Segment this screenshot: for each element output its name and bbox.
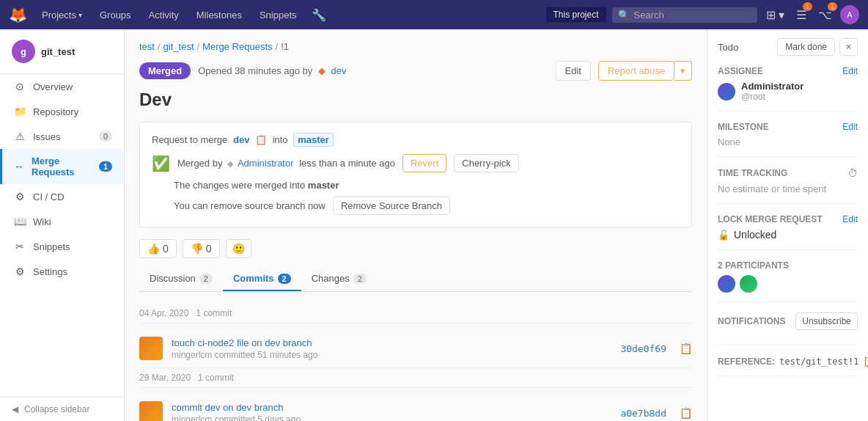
breadcrumb: test / git_test / Merge Requests / !1 xyxy=(139,41,692,52)
breadcrumb-test[interactable]: test xyxy=(139,41,155,52)
projects-arrow-icon: ▾ xyxy=(78,11,82,19)
app-layout: g git_test ⊙ Overview 📁 Repository ⚠ Iss… xyxy=(0,29,868,421)
tab-discussion[interactable]: Discussion 2 xyxy=(139,267,223,291)
commit-meta-2: mingerlcm committed 5 days ago xyxy=(172,414,611,422)
close-todo-button[interactable]: × xyxy=(839,38,858,56)
unsubscribe-button[interactable]: Unsubscribe xyxy=(795,312,858,330)
copy-commit-hash-icon-1[interactable]: 📋 xyxy=(680,343,692,354)
target-branch-label: master xyxy=(293,133,334,147)
sidebar-item-label: CI / CD xyxy=(33,191,65,202)
sidebar: g git_test ⊙ Overview 📁 Repository ⚠ Iss… xyxy=(0,29,125,421)
nav-activity[interactable]: Activity xyxy=(143,7,185,23)
nav-groups[interactable]: Groups xyxy=(94,7,137,23)
lock-section: Lock merge request Edit 🔓 Unlocked xyxy=(718,214,858,250)
copy-reference-icon[interactable]: 📋 xyxy=(863,356,868,367)
sidebar-item-snippets[interactable]: ✂ Snippets xyxy=(0,234,124,259)
participant-avatar-2 xyxy=(740,275,757,293)
tab-changes[interactable]: Changes 2 xyxy=(301,267,377,291)
merged-into-branch: master xyxy=(308,180,339,191)
reference-section: Reference: test/git_test!1 📋 xyxy=(718,356,858,376)
commit-title-1[interactable]: touch ci-node2 file on dev branch xyxy=(172,337,611,348)
tab-commits-label: Commits xyxy=(233,273,274,284)
thumbs-up-button[interactable]: 👍 0 xyxy=(139,239,177,258)
nav-todo-wrap[interactable]: ☰ 1 xyxy=(793,5,809,25)
report-abuse-button[interactable]: Report abuse xyxy=(598,61,674,81)
participants-header: 2 participants xyxy=(718,260,858,271)
sidebar-item-label: Merge Requests xyxy=(32,155,92,177)
snippets-icon: ✂ xyxy=(14,241,26,252)
nav-wrench-icon[interactable]: 🔧 xyxy=(309,5,329,25)
breadcrumb-merge-requests[interactable]: Merge Requests xyxy=(202,41,272,52)
merge-badge: 1 xyxy=(828,2,837,11)
table-row: commit dev on dev branch mingerlcm commi… xyxy=(139,394,692,421)
sidebar-item-settings[interactable]: ⚙ Settings xyxy=(0,259,124,284)
merged-text: Merged by ◆ Administrator less than a mi… xyxy=(177,158,395,169)
sidebar-collapse-btn[interactable]: ◀ Collapse sidebar xyxy=(0,397,124,421)
copy-branch-icon[interactable]: 📋 xyxy=(255,134,267,145)
milestone-section: Milestone Edit None xyxy=(718,122,858,157)
merge-requests-icon: ↔ xyxy=(14,161,24,172)
assignee-title: Assignee xyxy=(718,66,763,76)
sidebar-item-label: Settings xyxy=(33,266,67,277)
nav-project-context-btn[interactable]: This project xyxy=(546,7,606,22)
thumbs-down-count: 0 xyxy=(206,243,212,255)
milestone-edit-link[interactable]: Edit xyxy=(842,122,858,132)
add-reaction-button[interactable]: 🙂 xyxy=(226,239,251,258)
merge-requests-badge: 1 xyxy=(99,161,112,172)
assignee-name: Administrator xyxy=(741,81,803,92)
nav-milestones[interactable]: Milestones xyxy=(191,7,248,23)
assignee-avatar xyxy=(718,83,735,100)
lock-row: 🔓 Unlocked xyxy=(718,229,858,241)
todo-row: Todo Mark done × xyxy=(718,38,858,56)
lock-edit-link[interactable]: Edit xyxy=(842,214,858,224)
thumbs-down-button[interactable]: 👎 0 xyxy=(183,239,220,258)
commit-avatar-1 xyxy=(139,337,163,360)
search-input[interactable] xyxy=(634,10,751,21)
report-abuse-wrap: Report abuse ▾ xyxy=(598,61,692,81)
cherry-pick-button[interactable]: Cherry-pick xyxy=(454,154,518,172)
commit-date-group-1: 04 Apr, 2020 1 commit xyxy=(139,304,692,323)
sidebar-item-wiki[interactable]: 📖 Wiki xyxy=(0,209,124,234)
commit-avatar-2 xyxy=(139,401,163,421)
milestone-value: None xyxy=(718,136,858,147)
mark-done-button[interactable]: Mark done xyxy=(777,38,835,56)
breadcrumb-sep1: / xyxy=(158,41,161,52)
tab-discussion-badge: 2 xyxy=(199,274,213,284)
right-panel: Todo Mark done × Assignee Edit Administr… xyxy=(707,29,868,421)
copy-commit-hash-icon-2[interactable]: 📋 xyxy=(680,407,692,419)
edit-button[interactable]: Edit xyxy=(556,61,591,81)
clock-icon: ⏱ xyxy=(847,167,858,179)
breadcrumb-git-test[interactable]: git_test xyxy=(163,41,194,52)
commit-hash-2[interactable]: a0e7b8dd xyxy=(620,408,666,419)
nav-snippets[interactable]: Snippets xyxy=(254,7,303,23)
nav-projects[interactable]: Projects ▾ xyxy=(36,7,88,23)
nav-plus-btn[interactable]: ⊞ ▾ xyxy=(763,5,787,25)
merged-by-link[interactable]: Administrator xyxy=(238,158,294,169)
main-content: test / git_test / Merge Requests / !1 Me… xyxy=(125,29,707,421)
revert-button[interactable]: Revert xyxy=(402,154,446,172)
commit-hash-1[interactable]: 30de0f69 xyxy=(620,343,666,354)
commit-title-2[interactable]: commit dev on dev branch xyxy=(172,402,611,413)
sidebar-item-merge-requests[interactable]: ↔ Merge Requests 1 xyxy=(0,149,124,184)
lock-title: Lock merge request xyxy=(718,214,823,224)
assignee-row: Administrator @root xyxy=(718,81,858,102)
nav-user-avatar[interactable]: A xyxy=(840,5,859,24)
sidebar-item-issues[interactable]: ⚠ Issues 0 xyxy=(0,124,124,149)
mr-title: Dev xyxy=(139,89,692,110)
nav-merge-wrap[interactable]: ⌥ 1 xyxy=(815,5,834,25)
tab-commits[interactable]: Commits 2 xyxy=(223,267,301,291)
sidebar-item-repository[interactable]: 📁 Repository xyxy=(0,99,124,124)
smiley-icon: 🙂 xyxy=(232,243,245,255)
mr-author-link[interactable]: dev xyxy=(331,65,347,76)
sidebar-item-ci-cd[interactable]: ⚙ CI / CD xyxy=(0,184,124,209)
remove-source-branch-button[interactable]: Remove Source Branch xyxy=(333,197,450,215)
time-tracking-title: Time tracking xyxy=(718,168,787,178)
tabs-row: Discussion 2 Commits 2 Changes 2 xyxy=(139,267,692,292)
commit-info-2: commit dev on dev branch mingerlcm commi… xyxy=(172,402,611,422)
assignee-edit-link[interactable]: Edit xyxy=(842,66,858,76)
lock-header: Lock merge request Edit xyxy=(718,214,858,224)
sidebar-item-overview[interactable]: ⊙ Overview xyxy=(0,74,124,99)
report-abuse-caret[interactable]: ▾ xyxy=(674,61,692,81)
source-branch-label: dev xyxy=(233,134,249,145)
mr-body: Request to merge dev 📋 into master ✅ Mer… xyxy=(139,122,692,227)
